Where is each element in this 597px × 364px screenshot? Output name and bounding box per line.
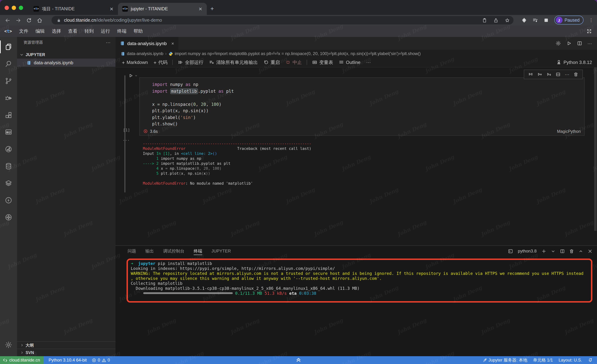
split-cell-icon[interactable] (556, 72, 561, 77)
breadcrumb-file[interactable]: data-analysis.ipynb (127, 51, 163, 56)
toolbar-more-icon[interactable]: ··· (364, 58, 373, 67)
activity-item-power[interactable] (0, 192, 17, 209)
close-tab-icon[interactable]: ✕ (197, 6, 203, 12)
panel-tab[interactable]: 问题 (128, 246, 136, 256)
menu-item[interactable]: 文件 (16, 28, 32, 34)
browser-menu-icon[interactable]: ⋮ (589, 17, 593, 23)
interrupt-kernel-button[interactable]: 中止 (283, 58, 304, 67)
editor-more-actions-icon[interactable]: ··· (587, 41, 592, 46)
close-window-button[interactable] (5, 6, 9, 10)
execute-below-icon[interactable] (546, 72, 552, 77)
activity-item-explorer[interactable] (0, 38, 17, 55)
notebook-settings-gear-icon[interactable] (555, 40, 561, 46)
outline-button[interactable]: Outline (337, 58, 363, 67)
activity-item-search[interactable] (0, 55, 17, 72)
kill-terminal-icon[interactable] (569, 248, 574, 254)
zoom-window-button[interactable] (19, 6, 23, 10)
run-icon[interactable] (566, 40, 572, 46)
address-bar[interactable]: cloud.titanide.cn /ide/web/coding/jupyte… (52, 16, 513, 24)
browser-tab-jupyter[interactable]: <t> jupyter - TITANIDE ✕ (118, 3, 207, 15)
terminal-shell-label[interactable]: python3.8 (518, 248, 537, 254)
panel-tab[interactable]: 终端 (194, 246, 202, 256)
add-code-button[interactable]: +代码 (151, 58, 170, 67)
activity-item-navigation[interactable] (0, 209, 17, 226)
back-icon[interactable] (5, 17, 11, 23)
run-and-debug-icon (5, 94, 12, 102)
media-playlist-icon[interactable] (532, 17, 538, 23)
close-tab-icon[interactable]: ✕ (109, 6, 114, 12)
bookmark-star-icon[interactable] (505, 18, 510, 23)
activity-item-run-and-debug[interactable] (0, 90, 17, 107)
menu-item[interactable]: 编辑 (32, 28, 48, 34)
sidebar-more-icon[interactable]: ··· (106, 39, 110, 45)
extensions-puzzle-icon[interactable] (521, 17, 527, 23)
restart-kernel-button[interactable]: 重启 (261, 58, 282, 67)
menu-item[interactable]: 选择 (48, 28, 64, 34)
cell-language-indicator[interactable]: MagicPython (557, 129, 581, 133)
scrollbar[interactable] (594, 68, 597, 231)
editor-tab-notebook[interactable]: data-analysis.ipynb × (116, 37, 178, 50)
code-cell[interactable]: import numpy as npimport matplotlib.pypl… (139, 77, 585, 136)
tree-section-jupyter[interactable]: JUPYTER (17, 50, 116, 59)
menu-item[interactable]: 查看 (64, 28, 81, 34)
share-icon[interactable] (493, 18, 499, 23)
menu-item[interactable]: 帮助 (130, 28, 146, 34)
run-cell-button[interactable] (128, 73, 138, 78)
new-terminal-icon[interactable] (541, 248, 547, 254)
activity-item-live-preview[interactable] (0, 124, 17, 141)
split-editor-icon[interactable] (577, 40, 582, 46)
problems-indicator[interactable]: 0 0 (92, 358, 110, 363)
activity-item-database[interactable] (0, 158, 17, 175)
activity-item-share-network[interactable] (0, 141, 17, 158)
panel-tab[interactable]: JUPYTER (212, 246, 231, 256)
cell-more-actions-icon[interactable]: ··· (565, 72, 569, 77)
breadcrumb[interactable]: data-analysis.ipynb › import numpy as np… (116, 50, 597, 58)
variables-button[interactable]: 变量表 (310, 58, 335, 67)
sidebar-section-outline[interactable]: 大纲 (17, 341, 116, 349)
side-panel-icon[interactable] (543, 17, 549, 23)
clipboard-icon[interactable] (482, 18, 487, 23)
tree-item-notebook[interactable]: data-analysis.ipynb (17, 59, 116, 67)
breadcrumb-cell-preview[interactable]: import numpy as np⏎import matplotlib.pyp… (175, 51, 421, 56)
remote-icon (3, 358, 8, 362)
terminal-dropdown-icon[interactable] (550, 248, 556, 254)
new-tab-button[interactable]: + (210, 5, 214, 12)
restore-panel-chevrons-icon[interactable] (295, 357, 302, 363)
panel-tab[interactable]: 输出 (145, 246, 154, 256)
delete-cell-icon[interactable] (573, 72, 579, 77)
jupyter-server-indicator[interactable]: Jupyter 服务器: 本地 (482, 357, 527, 363)
home-icon[interactable] (37, 17, 43, 23)
activity-item-extensions[interactable] (0, 107, 17, 124)
panel-tab[interactable]: 调试控制台 (163, 246, 184, 256)
remote-indicator[interactable]: cloud.titanide.cn (0, 356, 44, 364)
maximize-panel-icon[interactable] (578, 248, 583, 254)
sidebar-section-svn[interactable]: SVN (17, 349, 116, 356)
forward-icon[interactable] (15, 17, 21, 23)
kernel-picker[interactable]: Python 3.8.12 (556, 60, 592, 65)
profile-button[interactable]: J Paused (554, 16, 583, 24)
notifications-bell-icon[interactable] (588, 358, 593, 363)
add-markdown-button[interactable]: +Markdown (120, 58, 150, 67)
run-by-line-icon[interactable] (528, 72, 533, 77)
activity-item-source-control[interactable] (0, 72, 17, 90)
split-terminal-icon[interactable] (560, 248, 565, 254)
menu-item[interactable]: 运行 (97, 28, 114, 34)
python-interpreter[interactable]: Python 3.10.4 64-bit (48, 358, 87, 363)
clear-outputs-button[interactable]: 清除所有单元格输出 (207, 58, 260, 67)
cell-indicator[interactable]: 单元格 1/1 (533, 357, 553, 363)
reload-icon[interactable] (26, 17, 32, 23)
execute-above-icon[interactable] (537, 72, 542, 77)
minimize-window-button[interactable] (12, 6, 16, 10)
cell-code-editor[interactable]: import numpy as npimport matplotlib.pypl… (140, 78, 584, 127)
menu-item[interactable]: 终端 (114, 28, 130, 34)
browser-tab-project[interactable]: <t> 项目 - TITANIDE ✕ (29, 3, 118, 15)
close-editor-tab-icon[interactable]: × (172, 41, 174, 46)
menu-item[interactable]: 转到 (81, 28, 97, 34)
run-all-button[interactable]: 全部运行 (176, 58, 205, 67)
terminal-output[interactable]: ➜ jupyter pip install matplotlibLooking … (131, 261, 583, 296)
keyboard-layout-indicator[interactable]: Layout: U.S. (559, 358, 582, 363)
close-panel-icon[interactable] (587, 248, 593, 254)
manage-gear-button[interactable] (0, 336, 17, 353)
fullscreen-icon[interactable] (586, 28, 592, 34)
activity-item-layers[interactable] (0, 175, 17, 192)
